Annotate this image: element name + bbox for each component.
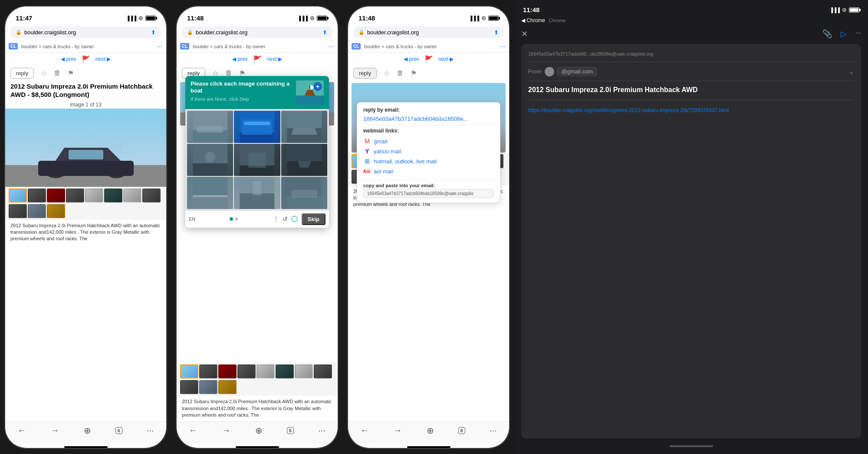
prev-btn-2[interactable]: ◀ prev [232, 56, 247, 62]
share-icon-2[interactable]: ⬆ [322, 29, 327, 36]
hotmail-link-row[interactable]: ⊞ hotmail, outlook, live mail [363, 156, 494, 166]
email-subject-text[interactable]: 2012 Subaru Impreza 2.0i Premium Hatchba… [528, 86, 854, 95]
captcha-cell-2[interactable] [234, 111, 280, 143]
email-more-icon[interactable]: ··· [855, 29, 861, 39]
next-label-1: next [95, 56, 105, 62]
aol-link[interactable]: aol mail [374, 168, 393, 175]
thumb-1-7[interactable] [123, 189, 141, 202]
description-2: 2012 Subaru Impreza 2.0i Premium Hatchba… [177, 396, 338, 421]
flag-sm-1[interactable]: ⚑ [68, 69, 74, 77]
thumb-1-9[interactable] [9, 204, 27, 218]
next-btn-2[interactable]: next ▶ [267, 56, 282, 62]
flag-sm-3[interactable]: ⚑ [411, 69, 417, 77]
tabs-badge-2[interactable]: 6 [287, 427, 294, 434]
main-image-1[interactable]: craigslist [5, 109, 166, 187]
thumb-2-3[interactable] [218, 365, 237, 378]
next-btn-1[interactable]: next ▶ [95, 56, 111, 62]
back-btn-1[interactable]: ← [17, 425, 26, 435]
yahoo-link[interactable]: yahoo mail [374, 148, 401, 155]
aol-link-row[interactable]: Aol. aol mail [363, 166, 494, 176]
tabs-badge-1[interactable]: 6 [115, 427, 122, 434]
captcha-cell-6[interactable] [281, 144, 327, 176]
new-tab-btn-1[interactable]: ⊕ [84, 425, 91, 436]
email-attach-icon[interactable]: 📎 [822, 29, 832, 39]
forward-btn-3[interactable]: → [393, 425, 402, 435]
thumb-1-5[interactable] [85, 189, 103, 202]
thumb-2-4[interactable] [237, 365, 256, 378]
more-btn-1[interactable]: ··· [147, 425, 154, 435]
new-tab-btn-2[interactable]: ⊕ [255, 425, 263, 436]
thumb-strip-1-row2 [5, 204, 166, 220]
thumb-2-9[interactable] [180, 380, 198, 394]
star-icon-1[interactable]: ☆ [41, 69, 47, 77]
thumb-2-10[interactable] [199, 380, 217, 394]
gmail-link-row[interactable]: M gmail [363, 136, 494, 146]
thumb-2-11[interactable] [218, 380, 237, 394]
prev-label-2: prev [237, 56, 247, 62]
thumb-2-2[interactable] [199, 365, 217, 378]
trash-icon-3[interactable]: 🗑 [397, 69, 404, 77]
gmail-link[interactable]: gmail [374, 138, 387, 145]
reply-btn-1[interactable]: reply [10, 68, 34, 79]
captcha-cell-3[interactable] [281, 111, 327, 143]
reload-icon[interactable]: ↺ [283, 215, 288, 222]
thumb-1-8[interactable] [142, 189, 161, 202]
thumb-2-7[interactable] [295, 365, 313, 378]
prev-label-1: prev [66, 56, 76, 62]
captcha-language[interactable]: EN [189, 216, 195, 222]
skip-button[interactable]: Skip [302, 213, 326, 225]
captcha-cell-4[interactable] [187, 144, 233, 176]
captcha-cell-5[interactable] [234, 144, 280, 176]
captcha-cell-7[interactable] [187, 177, 233, 209]
email-body-link[interactable]: https://boulder.craigslist.org/cto/d/lon… [528, 106, 854, 115]
from-field[interactable]: @gmail.com ⌄ [545, 66, 854, 76]
more-menu-2[interactable]: ··· [329, 43, 334, 50]
forward-btn-2[interactable]: → [222, 425, 230, 435]
url-bar-2[interactable]: 🔒 boulder.craigslist.org ⬆ [182, 27, 332, 38]
new-tab-btn-3[interactable]: ⊕ [427, 425, 434, 436]
prev-btn-1[interactable]: ◀ prev [61, 56, 76, 62]
thumb-1-6[interactable] [104, 189, 122, 202]
thumb-1-3[interactable] [47, 189, 65, 202]
svg-rect-36 [240, 193, 274, 209]
back-btn-3[interactable]: ← [360, 425, 369, 435]
hotmail-link[interactable]: hotmail, outlook, live mail [374, 158, 437, 165]
forward-btn-1[interactable]: → [50, 425, 59, 435]
share-icon-1[interactable]: ⬆ [151, 29, 156, 36]
email-back-label[interactable]: ◀ Chrome [521, 17, 545, 23]
thumb-2-1[interactable] [180, 365, 198, 378]
next-btn-3[interactable]: next ▶ [438, 56, 454, 62]
captcha-cell-8[interactable] [234, 177, 280, 209]
captcha-cell-9[interactable] [281, 177, 327, 209]
thumb-2-8[interactable] [314, 365, 332, 378]
more-btn-3[interactable]: ··· [490, 425, 497, 435]
thumb-1-11[interactable] [47, 204, 65, 218]
signal-icon-1: ▐▐▐ [126, 16, 136, 21]
email-send-icon[interactable]: ▷ [841, 29, 847, 39]
thumb-1-4[interactable] [66, 189, 84, 202]
reply-email-link[interactable]: 16645e03a47b3717adcb604bda18508e... [363, 116, 494, 122]
more-menu-3[interactable]: ··· [500, 43, 506, 50]
thumb-2-6[interactable] [276, 365, 294, 378]
thumb-1-1[interactable] [9, 189, 27, 202]
thumb-2-5[interactable] [256, 365, 275, 378]
url-bar-3[interactable]: 🔒 boulder.craigslist.org ⬆ [353, 27, 504, 38]
thumb-1-10[interactable] [28, 204, 46, 218]
share-icon-3[interactable]: ⬆ [494, 29, 499, 36]
back-btn-2[interactable]: ← [189, 425, 197, 435]
tabs-badge-3[interactable]: 6 [458, 427, 465, 434]
trash-icon-1[interactable]: 🗑 [54, 69, 61, 77]
prev-btn-3[interactable]: ◀ prev [404, 56, 419, 62]
email-close-icon[interactable]: ✕ [521, 29, 528, 39]
more-menu-1[interactable]: ··· [157, 43, 163, 50]
more-options-icon[interactable]: ⋮ [273, 215, 279, 222]
reply-btn-3[interactable]: reply [353, 68, 377, 79]
from-chevron[interactable]: ⌄ [849, 68, 854, 75]
captcha-cell-1[interactable] [187, 111, 233, 143]
star-icon-3[interactable]: ☆ [384, 69, 390, 77]
more-btn-2[interactable]: ··· [318, 425, 326, 435]
copy-email-value[interactable]: 16645e03a47b3717adcb604bda18508e@sale.cr… [363, 189, 494, 198]
yahoo-link-row[interactable]: Y yahoo mail [363, 146, 494, 156]
url-bar-1[interactable]: 🔒 boulder.craigslist.org ⬆ [10, 27, 161, 38]
thumb-1-2[interactable] [28, 189, 46, 202]
